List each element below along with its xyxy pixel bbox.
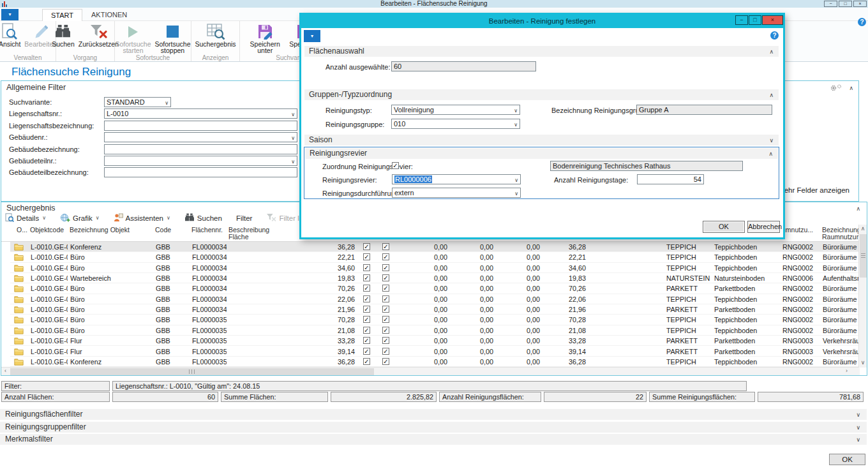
dialog-app-menu-button[interactable]: ▾ [304, 30, 320, 42]
row-checkbox[interactable]: ✓ [363, 348, 370, 355]
row-checkbox[interactable]: ✓ [382, 253, 389, 260]
ribbon-button-speichern-unter[interactable]: Speichern unter [243, 22, 287, 54]
column-header-17[interactable]: Bezeichnung Raumnutzungs [820, 225, 859, 242]
table-row[interactable]: L-0010.GE-0...FlurGBBFL0000035339,14✓✓0,… [10, 346, 859, 357]
hscroll-thumb[interactable] [10, 368, 374, 375]
column-header-2[interactable]: Bezeichnung Objekt [68, 225, 153, 235]
column-header-16[interactable]: umnutzu... [780, 225, 820, 235]
filter-select-3[interactable]: ∨ [104, 132, 297, 142]
table-row[interactable]: L-0010.GE-0...FlurGBBFL0000035233,28✓✓0,… [10, 336, 859, 346]
column-header-5[interactable]: Beschreibung Fläche [227, 225, 290, 242]
table-row[interactable]: L-0010.GE-0...BüroGBBFL0000035070,28✓✓0,… [10, 315, 859, 325]
dialog-close-icon[interactable]: × [762, 15, 783, 25]
row-checkbox[interactable]: ✓ [363, 316, 370, 323]
collapse-section-icon[interactable]: ∧ [849, 85, 853, 91]
row-checkbox[interactable]: ✓ [382, 316, 389, 323]
dialog-maximize-icon[interactable]: □ [749, 15, 761, 25]
anzahl-reinigungstage-field[interactable]: 54 [637, 174, 704, 184]
dialog-ok-button[interactable]: OK [703, 221, 745, 233]
row-checkbox[interactable]: ✓ [363, 285, 370, 292]
row-checkbox[interactable]: ✓ [363, 274, 370, 281]
table-row[interactable]: L-0010.GE-0...KonferenzGBBFL0000035436,2… [10, 357, 859, 367]
toolbar-item-suchen[interactable]: Suchen [184, 213, 222, 223]
filter-input-2[interactable] [104, 121, 297, 131]
table-row[interactable]: L-0010.GE-0...BüroGBBFL0000034534,60✓✓0,… [10, 263, 859, 273]
row-checkbox[interactable]: ✓ [382, 337, 389, 344]
scroll-up-icon[interactable]: ∧ [859, 225, 867, 234]
row-checkbox[interactable]: ✓ [363, 327, 370, 334]
ribbon-button-suchergebnis[interactable]: Suchergebnis [193, 22, 238, 48]
scroll-left-icon[interactable]: ‹ [1, 368, 10, 375]
toolbar-item-assistenten[interactable]: Assistenten∨ [114, 213, 170, 223]
row-checkbox[interactable]: ✓ [382, 274, 389, 281]
column-header-4[interactable]: Flächennr. [190, 225, 227, 235]
row-checkbox[interactable]: ✓ [363, 253, 370, 260]
row-checkbox[interactable]: ✓ [382, 285, 389, 292]
row-checkbox[interactable]: ✓ [363, 306, 370, 313]
ok-button[interactable]: OK [829, 454, 865, 465]
row-checkbox[interactable]: ✓ [363, 337, 370, 344]
filter-select-5[interactable]: ∨ [104, 156, 297, 166]
dialog-cancel-button[interactable]: Abbrechen [747, 221, 780, 233]
reinigungsrevier-select[interactable]: RL0000006∨ [392, 174, 521, 184]
filter-input-6[interactable] [104, 167, 297, 177]
collapse-results-icon[interactable]: ∧ [856, 205, 860, 212]
reinigungstyp-select[interactable]: Vollreinigung∨ [391, 105, 520, 115]
filter-input-4[interactable] [104, 144, 297, 154]
horizontal-scrollbar[interactable]: ‹ › [1, 367, 860, 375]
scroll-right-icon[interactable]: › [842, 368, 851, 375]
ribbon-button-suchen[interactable]: Suchen [50, 22, 77, 48]
scroll-down-icon[interactable]: ∨ [859, 359, 867, 368]
minimize-icon[interactable]: − [824, 1, 837, 7]
table-row[interactable]: L-0010.GE-0...BüroGBBFL0000035121,08✓✓0,… [10, 325, 859, 336]
row-checkbox[interactable]: ✓ [363, 264, 370, 271]
column-header-3[interactable]: Code [153, 225, 190, 235]
row-checkbox[interactable]: ✓ [382, 295, 389, 302]
zuordnung-reinigungsrevier-checkbox[interactable]: ✓ [392, 162, 399, 169]
ribbon-button-sofortsuche-stoppen[interactable]: Sofortsuche stoppen [153, 22, 193, 54]
ribbon-button-ansicht[interactable]: Ansicht [0, 22, 22, 48]
tab-aktionen[interactable]: AKTIONEN [83, 9, 135, 22]
row-checkbox[interactable]: ✓ [382, 348, 389, 355]
table-row[interactable]: L-0010.GE-0...KonferenzGBBFL0000034336,2… [10, 242, 859, 252]
table-row[interactable]: L-0010.GE-0...BüroGBBFL0000034822,06✓✓0,… [10, 294, 859, 304]
column-header-1[interactable]: Objektcode [28, 225, 68, 235]
row-checkbox[interactable]: ✓ [382, 264, 389, 271]
section-merkmalsfilter[interactable]: Merkmalsfilter∨ [0, 434, 867, 445]
column-header-0[interactable]: O... [10, 225, 28, 235]
table-row[interactable]: L-0010.GE-0...BüroGBBFL0000034422,21✓✓0,… [10, 252, 859, 262]
gear-icon[interactable] [829, 84, 843, 92]
row-checkbox[interactable]: ✓ [382, 327, 389, 334]
vscroll-thumb[interactable] [860, 234, 867, 278]
filter-select-1[interactable]: L-0010∨ [104, 108, 297, 119]
row-checkbox[interactable]: ✓ [363, 358, 370, 365]
section-reinigungsgruppenfilter[interactable]: Reinigungsgruppenfilter∨ [0, 422, 867, 433]
tab-start[interactable]: START [42, 9, 82, 22]
section-reinigungsflächenfilter[interactable]: Reinigungsflächenfilter∨ [0, 409, 867, 420]
toolbar-item-details[interactable]: Details∨ [5, 213, 46, 223]
vertical-scrollbar[interactable]: ∧ ∨ [858, 225, 867, 368]
table-row[interactable]: L-0010.GE-0...BüroGBBFL0000034921,96✓✓0,… [10, 304, 859, 315]
dialog-minimize-icon[interactable]: − [735, 15, 748, 25]
row-checkbox[interactable]: ✓ [363, 295, 370, 302]
dialog-help-icon[interactable]: ? [770, 31, 779, 40]
toolbar-item-filter[interactable]: Filter [236, 214, 253, 222]
section-saison[interactable]: Saison ∨ [304, 135, 779, 145]
row-checkbox[interactable]: ✓ [382, 306, 389, 313]
help-icon[interactable]: ? [858, 18, 866, 26]
row-checkbox[interactable]: ✓ [382, 243, 389, 250]
toolbar-item-grafik[interactable]: Grafik∨ [60, 213, 100, 223]
close-icon[interactable]: × [853, 1, 867, 7]
app-menu-button[interactable]: ▾ [1, 9, 19, 20]
reinigungsdurchfuehrung-select[interactable]: extern∨ [392, 188, 521, 198]
table-row[interactable]: L-0010.GE-0...WartebereichGBBFL000003461… [10, 273, 859, 283]
table-row[interactable]: L-0010.GE-0...BüroGBBFL0000034770,26✓✓0,… [10, 283, 859, 294]
section-flaechenauswahl[interactable]: Flächenauswahl ∧ [304, 46, 779, 57]
reinigungsgruppe-select[interactable]: 010∨ [391, 119, 520, 129]
filter-select-0[interactable]: STANDARD∨ [104, 97, 171, 107]
row-checkbox[interactable]: ✓ [382, 358, 389, 365]
section-gruppen-typzuordnung[interactable]: Gruppen-/Typzuordnung ∧ [304, 89, 779, 100]
row-checkbox[interactable]: ✓ [363, 243, 370, 250]
section-reinigungsrevier[interactable]: Reinigungsrevier ∧ [305, 148, 778, 159]
maximize-icon[interactable]: □ [839, 1, 852, 7]
